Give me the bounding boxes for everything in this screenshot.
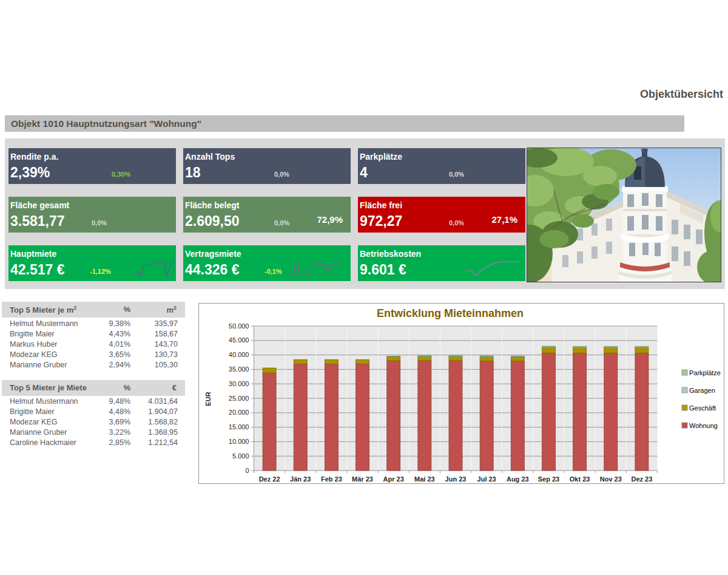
svg-text:10.000: 10.000 xyxy=(229,438,249,445)
svg-text:Dez 23: Dez 23 xyxy=(631,475,652,483)
svg-text:25.000: 25.000 xyxy=(229,395,249,402)
svg-text:Wohnung: Wohnung xyxy=(689,422,718,429)
svg-text:EUR: EUR xyxy=(204,392,212,406)
svg-text:Geschäft: Geschäft xyxy=(689,404,716,412)
svg-text:Jän 23: Jän 23 xyxy=(290,475,311,483)
svg-text:Sep 23: Sep 23 xyxy=(538,475,559,483)
svg-text:Jun 23: Jun 23 xyxy=(445,475,467,483)
svg-text:35.000: 35.000 xyxy=(229,366,249,373)
svg-text:40.000: 40.000 xyxy=(229,351,249,358)
svg-text:Mai 23: Mai 23 xyxy=(414,475,435,483)
svg-text:Dez 22: Dez 22 xyxy=(259,475,280,483)
svg-text:Mär 23: Mär 23 xyxy=(352,475,373,483)
svg-text:Apr 23: Apr 23 xyxy=(383,475,404,483)
svg-text:Jul 23: Jul 23 xyxy=(477,475,496,483)
svg-text:Aug 23: Aug 23 xyxy=(507,475,529,483)
svg-text:Entwicklung Mieteinnahmen: Entwicklung Mieteinnahmen xyxy=(377,307,524,319)
svg-text:5.000: 5.000 xyxy=(232,452,249,460)
svg-text:Feb 23: Feb 23 xyxy=(321,475,342,483)
svg-text:30.000: 30.000 xyxy=(229,380,249,387)
svg-text:Parkplätze: Parkplätze xyxy=(689,369,721,376)
svg-text:45.000: 45.000 xyxy=(229,336,249,344)
svg-text:Nov 23: Nov 23 xyxy=(600,475,622,483)
svg-text:50.000: 50.000 xyxy=(229,322,249,330)
svg-text:Garagen: Garagen xyxy=(689,387,715,394)
svg-text:15.000: 15.000 xyxy=(229,423,249,430)
svg-text:20.000: 20.000 xyxy=(229,409,249,416)
svg-text:0: 0 xyxy=(245,467,249,474)
svg-text:Okt 23: Okt 23 xyxy=(570,475,590,483)
